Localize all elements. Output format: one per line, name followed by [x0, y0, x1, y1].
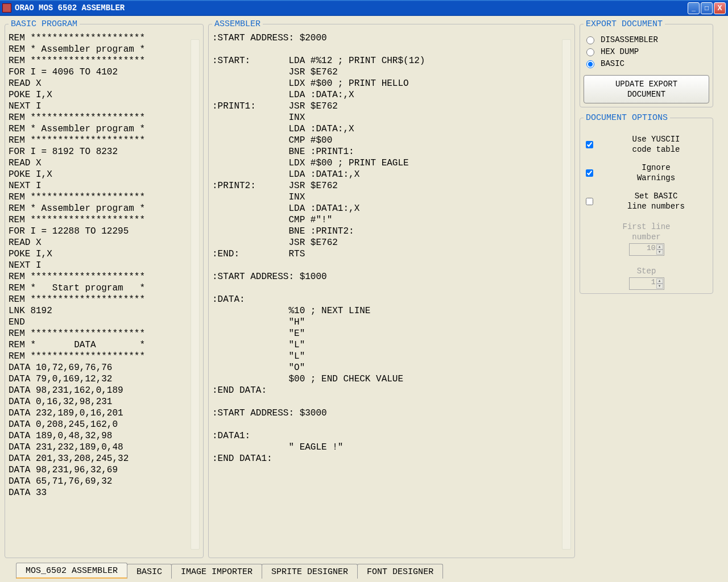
assembler-code-listing[interactable]: :START ADDRESS: $2000 :START: LDA #%12 ;… [212, 32, 571, 554]
titlebar: ORAO MOS 6502 ASSEMBLER _ □ X [0, 0, 728, 16]
first-line-label: First linenumber [584, 222, 709, 242]
tab-sprite-designer[interactable]: SPRITE DESIGNER [262, 564, 358, 579]
asm-panel-legend: ASSEMBLER [212, 19, 263, 29]
basic-code-listing[interactable]: REM ********************* REM * Assemble… [9, 32, 200, 554]
minimize-button[interactable]: _ [688, 2, 700, 14]
checkbox-set-line-numbers-label: Set BASICline numbers [603, 191, 709, 211]
assembler-panel: ASSEMBLER :START ADDRESS: $2000 :START: … [208, 19, 575, 558]
option-set-line-numbers[interactable]: Set BASICline numbers [584, 191, 709, 211]
checkbox-ignore-warnings[interactable] [586, 169, 593, 177]
first-line-spinner[interactable]: ▲▼ [656, 244, 663, 255]
asm-scrollbar[interactable] [562, 39, 571, 550]
basic-program-panel: BASIC PROGRAM REM ********************* … [5, 19, 204, 558]
step-spinner[interactable]: ▲▼ [656, 278, 663, 289]
step-input[interactable]: 1 ▲▼ [629, 277, 664, 290]
first-line-value: 10 [647, 244, 656, 252]
export-basic-radio[interactable]: BASIC [584, 59, 709, 68]
update-export-button[interactable]: UPDATE EXPORTDOCUMENT [584, 75, 709, 103]
checkbox-ignore-warnings-label: IgnoreWarnings [603, 163, 709, 183]
tab-basic[interactable]: BASIC [127, 564, 172, 579]
tab-image-importer[interactable]: IMAGE IMPORTER [171, 564, 262, 579]
docopt-panel-legend: DOCUMENT OPTIONS [584, 113, 670, 123]
export-panel-legend: EXPORT DOCUMENT [584, 19, 665, 29]
radio-basic-label: BASIC [601, 59, 624, 68]
tab-font-designer[interactable]: FONT DESIGNER [357, 564, 443, 579]
radio-hexdump-label: HEX DUMP [601, 47, 639, 56]
app-icon [2, 3, 11, 13]
tab-assembler[interactable]: MOS_6502 ASSEMBLER [16, 563, 127, 579]
checkbox-yuscii[interactable] [586, 141, 593, 148]
radio-hexdump[interactable] [586, 48, 594, 56]
step-label: Step [584, 266, 709, 276]
workspace: BASIC PROGRAM REM ********************* … [0, 16, 728, 560]
export-hexdump-radio[interactable]: HEX DUMP [584, 47, 709, 56]
export-disassembler-radio[interactable]: DISASSEMBLER [584, 35, 709, 44]
option-ignore-warnings[interactable]: IgnoreWarnings [584, 163, 709, 183]
basic-scrollbar[interactable] [191, 39, 200, 550]
export-document-panel: EXPORT DOCUMENT DISASSEMBLER HEX DUMP BA… [580, 19, 713, 107]
radio-disassembler-label: DISASSEMBLER [601, 35, 658, 44]
maximize-button[interactable]: □ [701, 2, 713, 14]
checkbox-set-line-numbers[interactable] [586, 198, 593, 205]
close-button[interactable]: X [714, 2, 726, 14]
radio-disassembler[interactable] [586, 36, 594, 44]
radio-basic[interactable] [586, 60, 594, 68]
tab-bar: MOS_6502 ASSEMBLER BASIC IMAGE IMPORTER … [0, 560, 728, 579]
window-title: ORAO MOS 6502 ASSEMBLER [15, 3, 125, 13]
step-value: 1 [651, 278, 656, 286]
first-line-input[interactable]: 10 ▲▼ [629, 243, 664, 256]
checkbox-yuscii-label: Use YUSCIIcode table [603, 134, 709, 155]
option-yuscii[interactable]: Use YUSCIIcode table [584, 134, 709, 155]
basic-panel-legend: BASIC PROGRAM [9, 19, 80, 29]
document-options-panel: DOCUMENT OPTIONS Use YUSCIIcode table Ig… [580, 113, 713, 294]
